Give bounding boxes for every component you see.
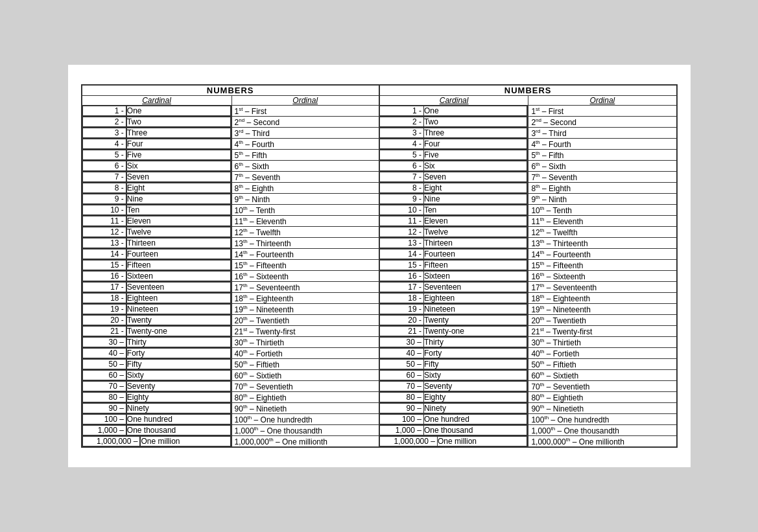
right-cardinal-cell: 20 -Twenty: [379, 315, 528, 326]
right-cardinal-cell: 21 -Twenty-one: [379, 326, 528, 337]
right-ordinal-cell: 21st – Twenty-first: [528, 326, 677, 337]
left-cardinal-cell: 100 –One hundred: [82, 414, 232, 425]
left-ordinal-cell: 40th – Fortieth: [231, 348, 379, 359]
table-row: 2 -Two2nd – Second2 -Two2nd – Second: [82, 117, 677, 128]
left-cardinal-cell: 5 -Five: [82, 150, 232, 161]
right-cardinal-cell: 18 -Eighteen: [379, 293, 528, 304]
right-ordinal-cell: 70th – Seventieth: [528, 381, 677, 392]
right-ordinal-cell: 10th – Tenth: [528, 205, 677, 216]
table-row: 70 –Seventy70th – Seventieth70 –Seventy7…: [82, 381, 677, 392]
left-ordinal-cell: 5th – Fifth: [231, 150, 379, 161]
right-cardinal-cell: 1,000 –One thousand: [379, 425, 528, 436]
main-table: NUMBERS NUMBERS Cardinal Ordinal Cardina…: [81, 84, 678, 448]
right-ordinal-cell: 90th – Ninetieth: [528, 403, 677, 414]
left-ordinal-cell: 8th – Eighth: [231, 183, 379, 194]
left-cardinal-cell: 10 -Ten: [82, 205, 232, 216]
left-cardinal-cell: 80 –Eighty: [82, 392, 232, 403]
right-ordinal-cell: 1,000,000th – One millionth: [528, 436, 677, 448]
right-cardinal-cell: 9 -Nine: [379, 194, 528, 205]
left-ordinal-cell: 21st – Twenty-first: [231, 326, 379, 337]
table-row: 1,000,000 –One million1,000,000th – One …: [82, 436, 677, 448]
left-cardinal-cell: 17 -Seventeen: [82, 282, 232, 293]
right-ordinal-cell: 80th – Eightieth: [528, 392, 677, 403]
right-cardinal-cell: 15 -Fifteen: [379, 260, 528, 271]
right-cardinal-cell: 7 -Seven: [379, 172, 528, 183]
right-cardinal-cell: 1 -One: [379, 106, 528, 117]
right-cardinal-cell: 10 -Ten: [379, 205, 528, 216]
left-ordinal-cell: 2nd – Second: [231, 117, 379, 128]
table-row: 18 -Eighteen18th – Eighteenth18 -Eightee…: [82, 293, 677, 304]
right-cardinal-cell: 16 -Sixteen: [379, 271, 528, 282]
left-cardinal-cell: 15 -Fifteen: [82, 260, 232, 271]
left-cardinal-cell: 70 –Seventy: [82, 381, 232, 392]
left-cardinal-cell: 16 -Sixteen: [82, 271, 232, 282]
right-cardinal-cell: 4 -Four: [379, 139, 528, 150]
left-cardinal-cell: 21 -Twenty-one: [82, 326, 232, 337]
right-cardinal-cell: 17 -Seventeen: [379, 282, 528, 293]
table-row: 4 -Four4th – Fourth4 -Four4th – Fourth: [82, 139, 677, 150]
right-cardinal-cell: 13 -Thirteen: [379, 238, 528, 249]
right-ordinal-cell: 1st – First: [528, 106, 677, 117]
table-row: 3 -Three3rd – Third3 -Three3rd – Third: [82, 128, 677, 139]
left-cardinal-cell: 18 -Eighteen: [82, 293, 232, 304]
right-ordinal-cell: 11th – Eleventh: [528, 216, 677, 227]
table-row: 8 -Eight8th – Eighth8 -Eight8th – Eighth: [82, 183, 677, 194]
right-ordinal-cell: 13th – Thirteenth: [528, 238, 677, 249]
right-ordinal-cell: 100th – One hundredth: [528, 414, 677, 425]
left-ordinal-cell: 50th – Fiftieth: [231, 359, 379, 370]
right-cardinal-cell: 80 –Eighty: [379, 392, 528, 403]
right-cardinal-cell: 60 –Sixty: [379, 370, 528, 381]
left-cardinal-cell: 13 -Thirteen: [82, 238, 232, 249]
left-cardinal-cell: 90 –Ninety: [82, 403, 232, 414]
left-ordinal-cell: 18th – Eighteenth: [231, 293, 379, 304]
left-cardinal-cell: 12 -Twelve: [82, 227, 232, 238]
right-ordinal-cell: 9th – Ninth: [528, 194, 677, 205]
left-ordinal-cell: 1st – First: [231, 106, 379, 117]
right-ordinal-cell: 40th – Fortieth: [528, 348, 677, 359]
right-cardinal-cell: 8 -Eight: [379, 183, 528, 194]
left-cardinal-cell: 1,000,000 –One million: [82, 436, 232, 448]
right-ordinal-cell: 17th – Seventeenth: [528, 282, 677, 293]
left-ordinal-cell: 15th – Fifteenth: [231, 260, 379, 271]
left-ordinal-cell: 9th – Ninth: [231, 194, 379, 205]
table-row: 9 -Nine9th – Ninth9 -Nine9th – Ninth: [82, 194, 677, 205]
left-cardinal-cell: 1 -One: [82, 106, 232, 117]
left-ordinal-cell: 60th – Sixtieth: [231, 370, 379, 381]
left-ordinal-cell: 12th – Twelfth: [231, 227, 379, 238]
table-row: 7 -Seven7th – Seventh7 -Seven7th – Seven…: [82, 172, 677, 183]
left-ordinal-cell: 90th – Ninetieth: [231, 403, 379, 414]
left-ordinal-cell: 11th – Eleventh: [231, 216, 379, 227]
table-row: 20 -Twenty20th – Twentieth20 -Twenty20th…: [82, 315, 677, 326]
right-ordinal-cell: 4th – Fourth: [528, 139, 677, 150]
table-row: 17 -Seventeen17th – Seventeenth17 -Seven…: [82, 282, 677, 293]
left-cardinal-cell: 14 -Fourteen: [82, 249, 232, 260]
table-row: 30 –Thirty30th – Thirtieth30 –Thirty30th…: [82, 337, 677, 348]
right-ordinal-cell: 19th – Nineteenth: [528, 304, 677, 315]
table-row: 10 -Ten10th – Tenth10 -Ten10th – Tenth: [82, 205, 677, 216]
left-cardinal-cell: 4 -Four: [82, 139, 232, 150]
right-cardinal-cell: 11 -Eleven: [379, 216, 528, 227]
table-row: 40 –Forty40th – Fortieth40 –Forty40th – …: [82, 348, 677, 359]
table-row: 100 –One hundred100th – One hundredth100…: [82, 414, 677, 425]
right-ordinal-cell: 1,000th – One thousandth: [528, 425, 677, 436]
left-ordinal-cell: 1,000th – One thousandth: [231, 425, 379, 436]
left-ordinal-cell: 14th – Fourteenth: [231, 249, 379, 260]
table-row: 14 -Fourteen14th – Fourteenth14 -Fourtee…: [82, 249, 677, 260]
left-ordinal-cell: 6th – Sixth: [231, 161, 379, 172]
left-ordinal-cell: 17th – Seventeenth: [231, 282, 379, 293]
table-row: 16 -Sixteen16th – Sixteenth16 -Sixteen16…: [82, 271, 677, 282]
left-cardinal-header: Cardinal: [82, 96, 232, 106]
left-ordinal-cell: 4th – Fourth: [231, 139, 379, 150]
left-cardinal-cell: 3 -Three: [82, 128, 232, 139]
left-ordinal-cell: 20th – Twentieth: [231, 315, 379, 326]
right-cardinal-cell: 50 –Fifty: [379, 359, 528, 370]
right-cardinal-cell: 19 -Nineteen: [379, 304, 528, 315]
left-cardinal-cell: 2 -Two: [82, 117, 232, 128]
table-row: 11 -Eleven11th – Eleventh11 -Eleven11th …: [82, 216, 677, 227]
right-cardinal-cell: 100 –One hundred: [379, 414, 528, 425]
table-row: 90 –Ninety90th – Ninetieth90 –Ninety90th…: [82, 403, 677, 414]
left-section-header: NUMBERS: [82, 85, 379, 96]
right-ordinal-cell: 14th – Fourteenth: [528, 249, 677, 260]
right-ordinal-cell: 16th – Sixteenth: [528, 271, 677, 282]
right-cardinal-cell: 5 -Five: [379, 150, 528, 161]
